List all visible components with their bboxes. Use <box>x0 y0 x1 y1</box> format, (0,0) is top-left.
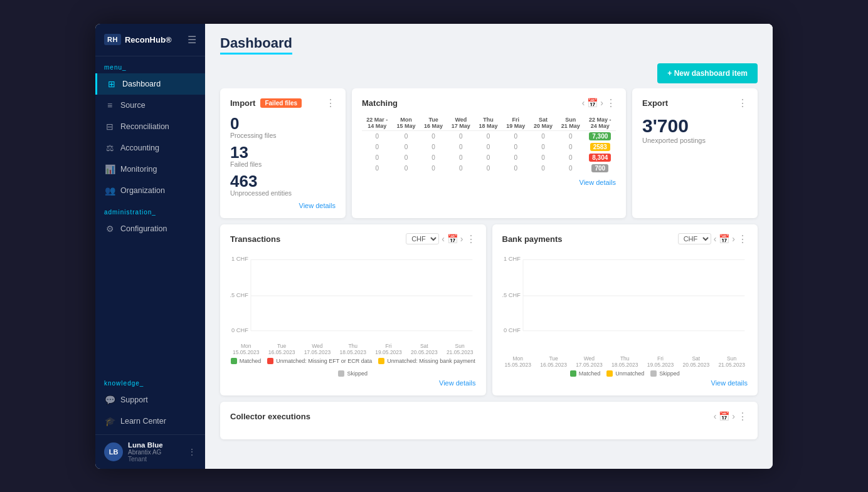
unprocessed-label: Unprocessed entities <box>230 189 336 197</box>
sidebar: RH ReconHub® ☰ menu_ ⊞ Dashboard ≡ Sourc… <box>95 24 205 469</box>
import-card-title: Import <box>230 98 255 108</box>
sidebar-item-support[interactable]: 💬 Support <box>95 389 205 411</box>
legend-skipped-bp: Skipped <box>650 370 680 377</box>
sidebar-item-monitoring[interactable]: 📊 Monitoring <box>95 159 205 180</box>
bank-payments-card: Bank payments CHF ‹ 📅 › ⋮ <box>492 224 758 395</box>
sidebar-item-learn-center[interactable]: 🎓 Learn Center <box>95 411 205 432</box>
transactions-card-title: Transactions <box>230 234 280 244</box>
matching-calendar-icon[interactable]: 📅 <box>587 98 598 108</box>
sidebar-item-organization[interactable]: 👥 Organization <box>95 180 205 201</box>
dashboard-icon: ⊞ <box>106 79 117 89</box>
svg-text:1 CHF: 1 CHF <box>504 256 521 262</box>
menu-section-label: menu_ <box>95 56 205 73</box>
sidebar-item-source[interactable]: ≡ Source <box>95 95 205 116</box>
bank-payments-card-menu-icon[interactable]: ⋮ <box>738 233 748 245</box>
matching-card: Matching ‹ 📅 › ⋮ 22 Mar - 14 <box>352 88 626 218</box>
transactions-chart-svg: 1 CHF 0.5 CHF 0 CHF <box>230 251 476 339</box>
transactions-currency-selector[interactable]: CHF <box>406 233 439 244</box>
admin-nav: ⚙ Configuration <box>95 218 205 239</box>
legend-unmatched-bank: Unmatched: Missing bank payment <box>378 358 475 364</box>
collector-next-button[interactable]: › <box>732 411 735 421</box>
legend-skipped: Skipped <box>338 370 368 377</box>
knowledge-section-label: knowledge_ <box>95 372 205 389</box>
monitoring-icon: 📊 <box>104 164 115 174</box>
collector-nav: ‹ 📅 › ⋮ <box>714 411 748 422</box>
new-dashboard-button[interactable]: + New dashboard item <box>657 63 758 83</box>
legend-matched: Matched <box>231 358 262 364</box>
user-area: LB Luna Blue Abrantix AG Tenant ⋮ <box>95 434 205 469</box>
admin-section-label: administration_ <box>95 201 205 218</box>
transactions-calendar-icon[interactable]: 📅 <box>447 234 458 244</box>
import-card-header: Import Failed files ⋮ <box>230 97 336 109</box>
svg-text:0.5 CHF: 0.5 CHF <box>502 292 521 298</box>
bank-payments-prev-button[interactable]: ‹ <box>714 234 717 244</box>
bank-payments-currency-selector[interactable]: CHF <box>678 233 711 244</box>
transactions-next-button[interactable]: › <box>460 234 463 244</box>
sidebar-item-label: Monitoring <box>120 165 157 174</box>
sidebar-item-configuration[interactable]: ⚙ Configuration <box>95 218 205 239</box>
learn-center-icon: 🎓 <box>104 416 115 426</box>
bank-payments-card-title: Bank payments <box>502 234 563 244</box>
transactions-prev-button[interactable]: ‹ <box>442 234 445 244</box>
sidebar-item-reconciliation[interactable]: ⊟ Reconciliation <box>95 116 205 137</box>
matching-prev-button[interactable]: ‹ <box>582 98 585 108</box>
import-card: Import Failed files ⋮ 0 Processing files… <box>220 88 346 218</box>
bank-payments-view-details-link[interactable]: View details <box>711 379 748 387</box>
sidebar-item-label: Learn Center <box>120 417 166 426</box>
hamburger-icon[interactable]: ☰ <box>188 34 196 46</box>
import-card-menu-icon[interactable]: ⋮ <box>326 97 336 109</box>
import-view-details-link[interactable]: View details <box>299 202 336 209</box>
matching-card-title: Matching <box>362 98 398 108</box>
configuration-icon: ⚙ <box>104 224 115 234</box>
collector-prev-button[interactable]: ‹ <box>714 411 717 421</box>
collector-card-header: Collector executions ‹ 📅 › ⋮ <box>230 411 748 422</box>
sidebar-item-label: Configuration <box>120 224 167 233</box>
svg-text:0 CHF: 0 CHF <box>504 327 521 333</box>
top-row: Import Failed files ⋮ 0 Processing files… <box>220 88 758 218</box>
col-header: Sat 20 May <box>529 115 557 131</box>
page-header: Dashboard <box>205 24 773 61</box>
bank-payments-card-header: Bank payments CHF ‹ 📅 › ⋮ <box>502 233 748 245</box>
col-header: 22 May - 24 May <box>585 115 616 131</box>
matching-view-details-link[interactable]: View details <box>580 179 617 186</box>
svg-text:1 CHF: 1 CHF <box>231 256 248 262</box>
transactions-x-labels: Mon15.05.2023 Tue16.05.2023 Wed17.05.202… <box>230 343 476 355</box>
reconciliation-icon: ⊟ <box>104 122 115 132</box>
table-row: 00000000 700 <box>362 163 616 174</box>
legend-matched-bp: Matched <box>570 370 601 377</box>
collector-card-menu-icon[interactable]: ⋮ <box>738 411 748 422</box>
collector-calendar-icon[interactable]: 📅 <box>719 411 729 421</box>
failed-count: 13 <box>230 144 336 160</box>
transactions-legend: Matched Unmatched: Missing EFT or ECR da… <box>230 358 476 377</box>
col-header: Tue 16 May <box>420 115 447 131</box>
export-card: Export ⋮ 3'700 Unexported postings <box>632 88 758 218</box>
sidebar-item-label: Reconciliation <box>120 122 169 131</box>
matching-next-button[interactable]: › <box>600 98 603 108</box>
source-icon: ≡ <box>104 100 115 110</box>
middle-row: Transactions CHF ‹ 📅 › ⋮ <box>220 224 758 395</box>
collector-card-title: Collector executions <box>230 412 310 421</box>
legend-unmatched-bp: Unmatched <box>606 370 644 377</box>
matching-card-menu-icon[interactable]: ⋮ <box>606 97 616 109</box>
bank-payments-next-button[interactable]: › <box>732 234 735 244</box>
transactions-card-menu-icon[interactable]: ⋮ <box>466 233 476 245</box>
col-header: Sun 21 May <box>557 115 585 131</box>
cell-badge-red: 8,304 <box>589 154 611 162</box>
sidebar-item-label: Accounting <box>120 144 159 152</box>
bank-payments-legend: Matched Unmatched Skipped <box>502 370 748 377</box>
transactions-view-details-link[interactable]: View details <box>439 379 476 387</box>
sidebar-nav: ⊞ Dashboard ≡ Source ⊟ Reconciliation ⚖ … <box>95 73 205 201</box>
sidebar-item-accounting[interactable]: ⚖ Accounting <box>95 137 205 159</box>
bank-payments-calendar-icon[interactable]: 📅 <box>719 234 729 244</box>
user-info: Luna Blue Abrantix AG Tenant <box>128 441 183 463</box>
export-card-menu-icon[interactable]: ⋮ <box>738 97 748 109</box>
transactions-card-header: Transactions CHF ‹ 📅 › ⋮ <box>230 233 476 245</box>
bank-payments-x-labels: Mon15.05.2023 Tue16.05.2023 Wed17.05.202… <box>502 355 748 368</box>
table-row: 00000000 8,304 <box>362 152 616 163</box>
user-menu-icon[interactable]: ⋮ <box>188 447 196 457</box>
failed-label: Failed files <box>230 160 336 168</box>
dashboard-grid: Import Failed files ⋮ 0 Processing files… <box>205 88 773 469</box>
unprocessed-count: 463 <box>230 173 336 189</box>
accounting-icon: ⚖ <box>104 143 115 153</box>
sidebar-item-dashboard[interactable]: ⊞ Dashboard <box>95 73 205 95</box>
